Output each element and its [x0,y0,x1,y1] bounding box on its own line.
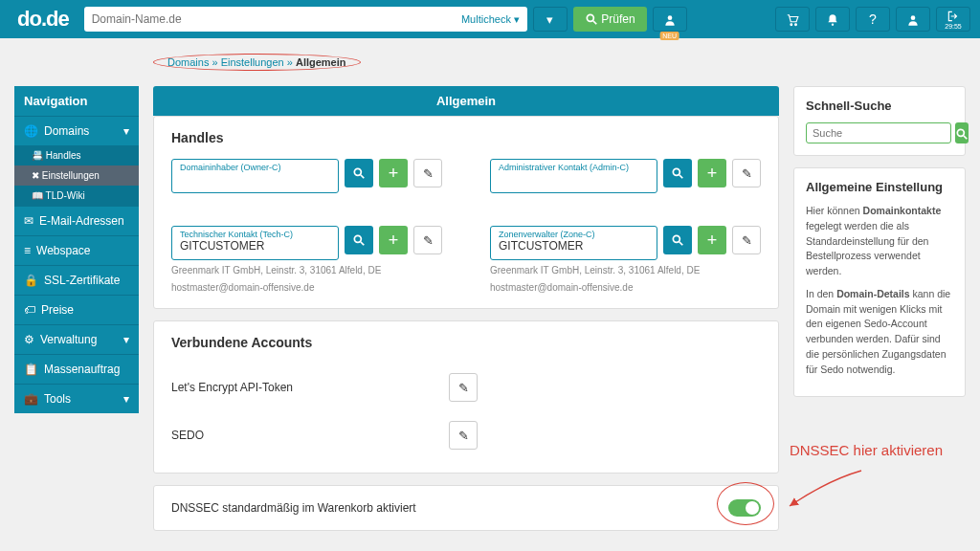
owner-add-button[interactable]: + [379,159,408,187]
svg-line-1 [593,21,597,25]
search-icon [352,233,366,247]
logout-icon [947,10,960,23]
nav-header: Navigation [14,86,139,116]
accounts-heading: Verbundene Accounts [171,335,761,350]
nav-handles[interactable]: 📇 Handles [14,145,139,165]
zone-field[interactable]: Zonenverwalter (Zone-C) GITCUSTOMER [490,226,657,260]
main-content: Domains » Einstellungen » Allgemein Allg… [153,48,779,542]
neu-badge: NEU [659,32,679,40]
owner-field[interactable]: Domaininhaber (Owner-C) [171,159,339,193]
svg-line-8 [361,175,365,179]
nav-tools[interactable]: 💼Tools▾ [14,384,139,413]
search-icon [955,127,969,141]
logo: do.de [10,7,77,32]
account-button[interactable]: NEU [653,7,687,32]
admin-field[interactable]: Administrativer Kontakt (Admin-C) [490,159,657,193]
admin-add-button[interactable]: + [698,159,726,187]
svg-point-13 [673,235,679,242]
svg-line-16 [964,135,968,139]
info-p2: In den Domain-Details kann die Domain mi… [806,287,953,378]
zone-search-button[interactable] [663,226,692,254]
sedo-row: SEDO ✎ [171,411,478,459]
user-icon [663,13,677,27]
le-row: Let's Encrypt API-Token ✎ [171,364,478,411]
tech-edit-button[interactable]: ✎ [413,226,442,254]
main-panel-title: Allgemein [153,86,779,116]
owner-search-button[interactable] [345,159,373,187]
quick-search-input[interactable] [806,122,951,143]
nav-einstellungen[interactable]: ✖ Einstellungen [14,165,139,186]
handles-panel: Handles Domaininhaber (Owner-C) + ✎ [153,116,779,309]
le-edit-button[interactable]: ✎ [449,373,478,402]
annotation-text: DNSSEC hier aktivieren [790,442,943,458]
user-icon [906,13,920,27]
svg-point-6 [911,15,916,20]
cart-icon [786,13,799,27]
nav-domains[interactable]: 🌐Domains▾ [14,116,139,145]
svg-point-5 [832,24,834,26]
logout-button[interactable]: 29:55 [936,7,970,32]
quick-search-heading: Schnell-Suche [806,99,953,113]
annotation-arrow [780,466,866,514]
cart-button[interactable] [775,7,810,32]
breadcrumb-wrap: Domains » Einstellungen » Allgemein [153,48,779,77]
domain-search-wrap: Multicheck ▾ ▾ Prüfen NEU [84,7,687,32]
dnssec-label: DNSSEC standardmäßig im Warenkorb aktivi… [171,501,416,515]
zone-edit-button[interactable]: ✎ [732,226,761,254]
svg-point-7 [354,168,361,175]
quick-search-button[interactable] [955,122,969,143]
search-icon [352,166,366,180]
info-heading: Allgemeine Einstellung [806,180,953,194]
owner-handle: Domaininhaber (Owner-C) + ✎ [171,159,442,197]
bell-icon [826,13,839,27]
zone-add-button[interactable]: + [698,226,726,254]
tech-add-button[interactable]: + [379,226,408,254]
handles-heading: Handles [171,130,761,145]
header-right: ? 29:55 [775,7,970,32]
profile-button[interactable] [896,7,930,32]
dnssec-panel: DNSSEC standardmäßig im Warenkorb aktivi… [153,485,779,531]
domain-search-input[interactable] [84,7,454,32]
search-icon [671,233,684,247]
breadcrumb[interactable]: Domains » Einstellungen » Allgemein [153,54,361,71]
nav-verwaltung[interactable]: ⚙Verwaltung▾ [14,324,139,354]
search-icon [585,12,598,26]
tech-handle: Technischer Kontakt (Tech-C) GITCUSTOMER… [171,226,442,295]
nav-preise[interactable]: 🏷Preise [14,295,139,324]
svg-point-9 [673,168,679,175]
svg-point-2 [667,15,672,20]
svg-point-11 [354,235,361,242]
svg-line-12 [361,242,365,246]
help-button[interactable]: ? [856,7,890,32]
sedo-edit-button[interactable]: ✎ [449,421,478,450]
info-panel: Allgemeine Einstellung Hier können Domai… [793,167,966,397]
svg-point-15 [957,129,964,136]
nav-ssl[interactable]: 🔒SSL-Zertifikate [14,265,139,295]
search-icon [671,166,684,180]
accounts-panel: Verbundene Accounts Let's Encrypt API-To… [153,320,779,474]
nav-email[interactable]: ✉E-Mail-Adressen [14,206,139,235]
sidebar: Navigation 🌐Domains▾ 📇 Handles ✖ Einstel… [14,86,139,542]
multicheck-dropdown[interactable]: Multicheck ▾ [454,7,527,32]
svg-point-3 [791,24,792,26]
quick-search-panel: Schnell-Suche [793,86,966,156]
annotation-circle [717,482,774,525]
zone-handle: Zonenverwalter (Zone-C) GITCUSTOMER + ✎ … [490,226,761,295]
tech-field[interactable]: Technischer Kontakt (Tech-C) GITCUSTOMER [171,226,339,260]
admin-search-button[interactable] [663,159,692,187]
nav-webspace[interactable]: ≡Webspace [14,235,139,265]
owner-edit-button[interactable]: ✎ [413,159,442,187]
admin-handle: Administrativer Kontakt (Admin-C) + ✎ [490,159,761,197]
header-bar: do.de Multicheck ▾ ▾ Prüfen NEU ? 29:55 [0,0,980,38]
svg-line-10 [679,175,683,179]
tech-search-button[interactable] [345,226,373,254]
nav-massen[interactable]: 📋Massenauftrag [14,354,139,384]
admin-edit-button[interactable]: ✎ [732,159,761,187]
filter-button[interactable]: ▾ [533,7,568,32]
svg-point-0 [587,15,593,22]
notifications-button[interactable] [815,7,850,32]
info-p1: Hier können Domainkontakte fegelegt werd… [806,204,953,279]
nav-tldwiki[interactable]: 📖 TLD-Wiki [14,186,139,206]
svg-point-4 [795,24,797,26]
check-button[interactable]: Prüfen [573,7,647,32]
